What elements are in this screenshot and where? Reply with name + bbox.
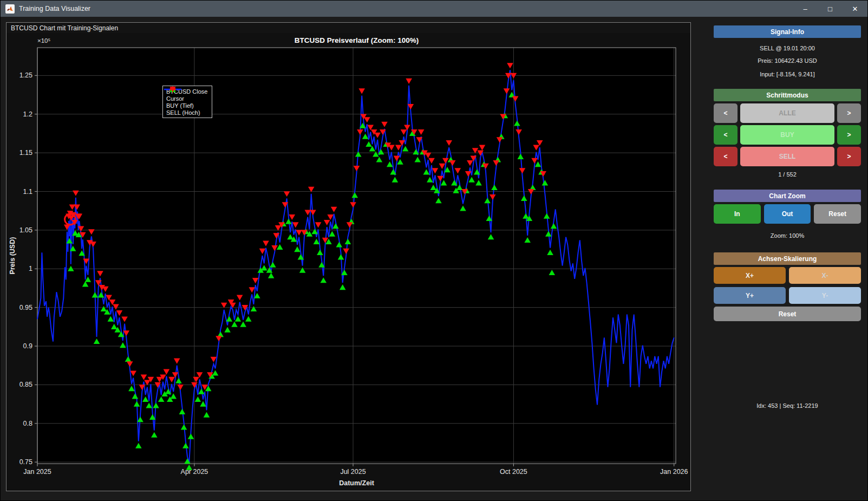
chart-panel: BTCUSD Chart mit Training-Signalen Jan 2… bbox=[6, 22, 691, 491]
svg-text:Jul 2025: Jul 2025 bbox=[340, 468, 366, 476]
step-next-buy-button[interactable]: > bbox=[837, 125, 861, 145]
step-mode-rows: <ALLE><BUY><SELL> bbox=[714, 101, 861, 166]
svg-text:1: 1 bbox=[29, 265, 32, 272]
svg-text:Jan 2026: Jan 2026 bbox=[660, 468, 688, 476]
step-row-alle: <ALLE> bbox=[714, 103, 861, 123]
matlab-app-icon bbox=[5, 4, 15, 14]
svg-text:1.1: 1.1 bbox=[23, 188, 32, 196]
svg-text:Datum/Zeit: Datum/Zeit bbox=[339, 479, 374, 487]
axis-y-plus-button[interactable]: Y+ bbox=[714, 287, 786, 304]
signal-info-line: SELL @ 19.01 20:00 bbox=[714, 45, 861, 51]
title-bar: Training Data Visualizer – □ ✕ bbox=[1, 1, 867, 17]
sell-triangle-icon bbox=[163, 86, 182, 93]
svg-text:BTCUSD Preisverlauf (Zoom: 100: BTCUSD Preisverlauf (Zoom: 100%) bbox=[295, 36, 419, 44]
chart-legend: BTCUSD Close Cursor BUY (Tief) SELL (Hoc… bbox=[162, 86, 212, 118]
svg-text:1.2: 1.2 bbox=[23, 110, 32, 118]
step-prev-sell-button[interactable]: < bbox=[714, 147, 738, 166]
axis-x-plus-button[interactable]: X+ bbox=[714, 267, 786, 284]
axis-y-minus-button[interactable]: Y- bbox=[789, 287, 861, 304]
window-title: Training Data Visualizer bbox=[19, 5, 90, 12]
zoom-reset-button[interactable]: Reset bbox=[814, 204, 861, 224]
svg-text:1.25: 1.25 bbox=[19, 71, 32, 79]
chart-panel-title: BTCUSD Chart mit Training-Signalen bbox=[6, 23, 690, 33]
minimize-button[interactable]: – bbox=[793, 1, 818, 17]
app-window: Training Data Visualizer – □ ✕ BTCUSD Ch… bbox=[0, 0, 868, 501]
legend-item-cursor: Cursor bbox=[165, 95, 207, 102]
price-chart[interactable]: Jan 2025Apr 2025Jul 2025Oct 2025Jan 2026… bbox=[6, 33, 690, 491]
step-next-sell-button[interactable]: > bbox=[837, 147, 861, 166]
svg-text:×10⁵: ×10⁵ bbox=[37, 37, 51, 44]
step-prev-alle-button[interactable]: < bbox=[714, 103, 738, 123]
maximize-button[interactable]: □ bbox=[818, 1, 843, 17]
svg-text:0.8: 0.8 bbox=[23, 420, 32, 427]
svg-text:0.95: 0.95 bbox=[19, 304, 32, 311]
figure-area: Jan 2025Apr 2025Jul 2025Oct 2025Jan 2026… bbox=[6, 33, 690, 491]
svg-text:Jan 2025: Jan 2025 bbox=[23, 468, 51, 476]
axis-x-minus-button[interactable]: X- bbox=[789, 267, 861, 284]
matlab-logo-icon bbox=[6, 5, 14, 12]
signal-input-line: Input: [-8.154, 9.241] bbox=[714, 71, 861, 77]
chart-zoom-buttons: InOutReset bbox=[714, 204, 861, 224]
step-mode-sell-button[interactable]: SELL bbox=[740, 147, 834, 166]
close-button[interactable]: ✕ bbox=[843, 1, 867, 17]
zoom-in-button[interactable]: In bbox=[714, 204, 761, 224]
svg-text:1.15: 1.15 bbox=[19, 149, 32, 157]
signal-info-header: Signal-Info bbox=[714, 25, 861, 38]
index-sequence-label: Idx: 453 | Seq: 11-2219 bbox=[714, 402, 861, 409]
step-row-buy: <BUY> bbox=[714, 125, 861, 145]
svg-text:Apr 2025: Apr 2025 bbox=[181, 468, 208, 476]
signal-price-line: Preis: 106422.43 USD bbox=[714, 57, 861, 64]
legend-item-buy: BUY (Tief) bbox=[165, 102, 207, 109]
svg-text:0.85: 0.85 bbox=[19, 381, 32, 388]
svg-text:0.75: 0.75 bbox=[19, 458, 32, 466]
svg-text:0.9: 0.9 bbox=[23, 342, 32, 350]
step-next-alle-button[interactable]: > bbox=[837, 103, 861, 123]
step-mode-header: Schrittmodus bbox=[714, 89, 861, 101]
svg-text:1.05: 1.05 bbox=[19, 226, 32, 234]
zoom-level-label: Zoom: 100% bbox=[714, 232, 861, 239]
svg-text:Preis (USD): Preis (USD) bbox=[9, 237, 16, 275]
step-counter: 1 / 552 bbox=[714, 171, 861, 178]
step-prev-buy-button[interactable]: < bbox=[714, 125, 738, 145]
axis-reset-button[interactable]: Reset bbox=[714, 307, 861, 321]
step-row-sell: <SELL> bbox=[714, 147, 861, 166]
step-mode-alle-button[interactable]: ALLE bbox=[740, 103, 834, 123]
window-controls: – □ ✕ bbox=[793, 1, 867, 17]
zoom-out-button[interactable]: Out bbox=[764, 204, 811, 224]
axis-scaling-buttons: X+X-Y+Y- bbox=[714, 267, 861, 304]
step-mode-buy-button[interactable]: BUY bbox=[740, 125, 834, 145]
svg-text:Oct 2025: Oct 2025 bbox=[500, 468, 527, 476]
control-sidebar: Signal-Info SELL @ 19.01 20:00 Preis: 10… bbox=[696, 22, 868, 491]
axis-scaling-header: Achsen-Skalierung bbox=[714, 252, 861, 265]
chart-zoom-header: Chart Zoom bbox=[714, 190, 861, 202]
legend-item-sell: SELL (Hoch) bbox=[165, 109, 207, 116]
